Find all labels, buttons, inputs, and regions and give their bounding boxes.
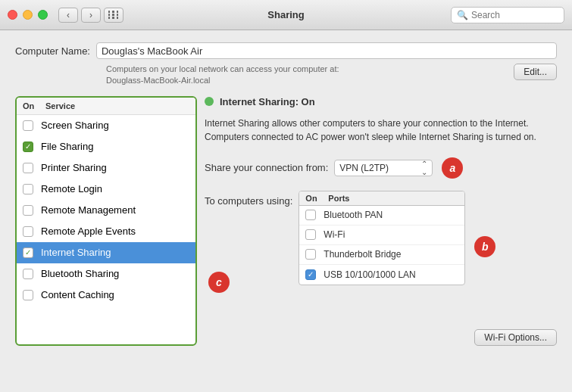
annotation-a: a bbox=[442, 157, 463, 179]
computer-name-row: Computer Name: bbox=[15, 42, 557, 59]
ports-col-on: On bbox=[305, 194, 328, 203]
list-item[interactable]: ✓ Internet Sharing bbox=[17, 242, 195, 263]
service-name-screen-sharing: Screen Sharing bbox=[41, 120, 109, 131]
annotation-b: b bbox=[474, 236, 495, 257]
services-col-on: On bbox=[23, 101, 45, 110]
forward-button[interactable]: › bbox=[81, 8, 101, 23]
port-name-wifi: Wi-Fi bbox=[324, 229, 345, 240]
checkmark-icon: ✓ bbox=[308, 271, 314, 278]
titlebar: ‹ › Sharing 🔍 bbox=[0, 0, 572, 30]
annotation-c: c bbox=[208, 272, 230, 293]
computer-name-desc: Computers on your local network can acce… bbox=[106, 64, 505, 87]
services-header: On Service bbox=[17, 98, 195, 115]
maximize-button[interactable] bbox=[38, 10, 48, 20]
status-dot-icon bbox=[205, 97, 214, 106]
port-name-usb-lan: USB 10/100/1000 LAN bbox=[324, 269, 415, 280]
status-row: Internet Sharing: On bbox=[205, 96, 557, 107]
table-row[interactable]: Wi-Fi bbox=[299, 226, 464, 245]
traffic-lights bbox=[8, 10, 48, 20]
minimize-button[interactable] bbox=[23, 10, 33, 20]
main-content: Computer Name: Computers on your local n… bbox=[0, 30, 572, 353]
table-row[interactable]: Bluetooth PAN bbox=[299, 206, 464, 226]
ports-table: On Ports Bluetooth PAN Wi-Fi bbox=[299, 191, 465, 285]
port-name-thunderbolt-bridge: Thunderbolt Bridge bbox=[324, 249, 401, 260]
nav-buttons: ‹ › bbox=[58, 8, 101, 23]
wifi-options-row: Wi-Fi Options... bbox=[205, 323, 557, 346]
share-from-label: Share your connection from: bbox=[205, 162, 328, 173]
ports-col-ports: Ports bbox=[328, 194, 349, 203]
list-item[interactable]: Content Caching bbox=[17, 285, 195, 306]
port-name-bluetooth-pan: Bluetooth PAN bbox=[324, 210, 383, 220]
wifi-options-button[interactable]: Wi-Fi Options... bbox=[474, 329, 557, 346]
service-checkbox-printer-sharing[interactable] bbox=[23, 163, 33, 173]
service-checkbox-content-caching[interactable] bbox=[23, 290, 33, 300]
back-button[interactable]: ‹ bbox=[58, 8, 78, 23]
service-name-remote-management: Remote Management bbox=[41, 204, 136, 216]
list-item[interactable]: Remote Login bbox=[17, 179, 195, 200]
service-name-content-caching: Content Caching bbox=[41, 289, 114, 300]
services-list: On Service Screen Sharing ✓ File Sharing bbox=[15, 96, 197, 346]
service-checkbox-remote-login[interactable] bbox=[23, 184, 33, 194]
search-icon: 🔍 bbox=[457, 10, 468, 20]
computer-name-subrow: Computers on your local network can acce… bbox=[15, 64, 557, 87]
service-name-internet-sharing: Internet Sharing bbox=[41, 247, 111, 258]
list-item[interactable]: Remote Apple Events bbox=[17, 221, 195, 242]
service-checkbox-bluetooth-sharing[interactable] bbox=[23, 269, 33, 279]
service-name-printer-sharing: Printer Sharing bbox=[41, 162, 107, 173]
search-input[interactable] bbox=[471, 10, 558, 20]
to-computers-label: To computers using: bbox=[205, 195, 292, 207]
computer-name-label: Computer Name: bbox=[15, 45, 90, 57]
services-col-service: Service bbox=[45, 101, 75, 110]
share-from-row: Share your connection from: VPN (L2TP) ⌃… bbox=[205, 157, 557, 179]
port-checkbox-thunderbolt[interactable] bbox=[305, 249, 316, 260]
port-checkbox-usb-lan[interactable]: ✓ bbox=[305, 269, 316, 280]
services-items: Screen Sharing ✓ File Sharing Printer Sh… bbox=[17, 115, 195, 344]
main-panel: On Service Screen Sharing ✓ File Sharing bbox=[15, 96, 557, 346]
service-name-remote-login: Remote Login bbox=[41, 183, 102, 194]
list-item[interactable]: Bluetooth Sharing bbox=[17, 263, 195, 285]
right-panel: Internet Sharing: On Internet Sharing al… bbox=[205, 96, 557, 346]
share-from-select[interactable]: VPN (L2TP) ⌃⌄ bbox=[334, 160, 433, 176]
service-checkbox-internet-sharing[interactable]: ✓ bbox=[23, 247, 33, 258]
checkmark-icon: ✓ bbox=[25, 143, 31, 151]
port-checkbox-bluetooth-pan[interactable] bbox=[305, 210, 316, 220]
chevron-down-icon: ⌃⌄ bbox=[421, 160, 427, 176]
table-row[interactable]: ✓ USB 10/100/1000 LAN bbox=[299, 265, 464, 285]
list-item[interactable]: ✓ File Sharing bbox=[17, 136, 195, 157]
ports-table-header: On Ports bbox=[299, 191, 464, 206]
service-checkbox-remote-mgmt[interactable] bbox=[23, 205, 33, 216]
status-description: Internet Sharing allows other computers … bbox=[205, 117, 557, 144]
service-checkbox-remote-apple-events[interactable] bbox=[23, 226, 33, 237]
window-title: Sharing bbox=[267, 9, 304, 20]
grid-icon bbox=[108, 11, 120, 19]
list-item[interactable]: Remote Management bbox=[17, 200, 195, 221]
edit-button[interactable]: Edit... bbox=[514, 64, 557, 80]
table-row[interactable]: Thunderbolt Bridge bbox=[299, 245, 464, 265]
service-checkbox-screen-sharing[interactable] bbox=[23, 120, 33, 131]
grid-button[interactable] bbox=[104, 8, 123, 23]
list-item[interactable]: Screen Sharing bbox=[17, 115, 195, 136]
checkmark-icon: ✓ bbox=[25, 249, 31, 257]
service-name-bluetooth-sharing: Bluetooth Sharing bbox=[41, 268, 119, 279]
close-button[interactable] bbox=[8, 10, 17, 20]
list-item[interactable]: Printer Sharing bbox=[17, 157, 195, 179]
to-computers-row: To computers using: On Ports Bluetooth P… bbox=[205, 191, 557, 285]
port-checkbox-wifi[interactable] bbox=[305, 229, 316, 240]
status-title: Internet Sharing: On bbox=[220, 96, 315, 107]
search-box[interactable]: 🔍 bbox=[451, 7, 564, 23]
service-name-remote-apple-events: Remote Apple Events bbox=[41, 226, 136, 237]
share-from-value: VPN (L2TP) bbox=[339, 163, 389, 173]
service-checkbox-file-sharing[interactable]: ✓ bbox=[23, 142, 33, 152]
service-name-file-sharing: File Sharing bbox=[41, 141, 93, 152]
computer-name-input[interactable] bbox=[96, 42, 557, 59]
